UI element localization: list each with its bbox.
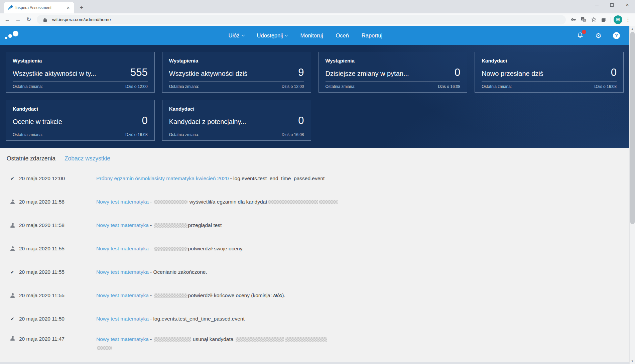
dashboard-card[interactable]: Wystąpienia Dzisiejsze zmiany w pytan...…: [319, 52, 468, 93]
redacted-text: [285, 337, 327, 342]
card-category: Kandydaci: [169, 106, 304, 112]
dashboard-cards: Wystąpienia Wszystkie aktywności w ty...…: [6, 52, 624, 141]
see-all-link[interactable]: Zobacz wszystkie: [65, 155, 110, 162]
card-footer-label: Ostatnia zmiana:: [169, 132, 199, 137]
check-icon: ✔: [10, 269, 14, 275]
card-footer-label: Ostatnia zmiana:: [13, 132, 43, 137]
event-link[interactable]: Nowy test matematyka: [96, 336, 149, 342]
card-value: 0: [611, 67, 617, 79]
event-text: Nowy test matematyka - wyświetlił/a egza…: [96, 198, 338, 206]
password-key-icon[interactable]: [569, 15, 578, 24]
event-link[interactable]: Nowy test matematyka: [96, 246, 149, 251]
event-link[interactable]: Nowy test matematyka: [96, 222, 149, 228]
person-icon: [10, 246, 15, 251]
inspera-logo-icon[interactable]: [4, 29, 19, 41]
translate-icon[interactable]: G文: [579, 15, 588, 24]
card-title: Nowo przesłane dziś: [482, 70, 543, 78]
extensions-collections-icon[interactable]: [599, 15, 608, 24]
redacted-text: [154, 293, 187, 298]
card-value: 0: [142, 115, 148, 127]
event-timestamp: 20 maja 2020 11:55: [19, 269, 96, 275]
nav-item-raportuj[interactable]: Raportuj: [362, 32, 382, 39]
scrollbar-thumb[interactable]: [630, 32, 635, 224]
card-category: Kandydaci: [13, 106, 148, 112]
reload-button[interactable]: ↻: [24, 15, 33, 24]
nav-item-monitoruj[interactable]: Monitoruj: [300, 32, 323, 39]
event-timestamp: 20 maja 2020 11:58: [19, 199, 96, 205]
dashboard-card[interactable]: Kandydaci Nowo przesłane dziś 0 Ostatnia…: [475, 52, 624, 93]
event-row: ✔ 20 maja 2020 11:50 Nowy test matematyk…: [0, 307, 629, 331]
event-link[interactable]: Nowy test matematyka: [96, 292, 149, 298]
scroll-up-icon[interactable]: ▲: [630, 26, 635, 32]
events-section: Ostatnie zdarzenia Zobacz wszystkie ✔ 20…: [0, 148, 629, 362]
card-footer-value: Dziś o 12:00: [125, 84, 148, 89]
card-title: Wszystkie aktywności dziś: [169, 70, 248, 78]
card-title: Ocenie w trakcie: [13, 118, 62, 126]
event-link[interactable]: Nowy test matematyka: [96, 316, 149, 322]
minimize-button[interactable]: [589, 0, 604, 10]
close-button[interactable]: ×: [620, 0, 635, 10]
profile-avatar[interactable]: M: [614, 15, 622, 24]
person-icon: [10, 223, 15, 228]
maximize-button[interactable]: [604, 0, 620, 10]
tab-title: Inspera Assessment: [15, 5, 63, 10]
card-value: 555: [130, 67, 148, 79]
card-value: 0: [298, 115, 304, 127]
redacted-text: [154, 223, 187, 228]
dashboard: Wystąpienia Wszystkie aktywności w ty...…: [0, 45, 629, 148]
card-footer-value: Dziś o 16:08: [594, 84, 617, 89]
card-footer-label: Ostatnia zmiana:: [326, 84, 356, 89]
notifications-bell-icon[interactable]: [577, 32, 584, 39]
window-controls: ×: [589, 0, 635, 10]
event-list: ✔ 20 maja 2020 12:00 Próbny egzamin ósmo…: [0, 167, 629, 360]
nav-item-u[interactable]: Ułóż: [229, 32, 244, 39]
event-link[interactable]: Próbny egzamin ósmoklasisty matematyka k…: [96, 175, 229, 181]
event-row: ✔ 20 maja 2020 11:58 Nowy test matematyk…: [0, 190, 629, 214]
browser-tab-strip: Inspera Assessment × + ×: [0, 0, 635, 13]
event-timestamp: 20 maja 2020 11:47: [19, 336, 96, 342]
event-row: ✔ 20 maja 2020 11:55 Nowy test matematyk…: [0, 237, 629, 260]
event-text: Nowy test matematyka - przeglądał test: [96, 222, 222, 229]
address-bar[interactable]: wit.inspera.com/admin#home: [37, 15, 566, 24]
card-category: Wystąpienia: [13, 58, 148, 64]
event-row: ✔ 20 maja 2020 11:55 Nowy test matematyk…: [0, 284, 629, 307]
event-timestamp: 20 maja 2020 12:00: [19, 175, 96, 181]
svg-text:文: 文: [584, 19, 586, 21]
redacted-text: [154, 337, 191, 342]
check-icon: ✔: [10, 316, 14, 322]
nav-item-udostpnij[interactable]: Udostępnij: [257, 32, 288, 39]
dashboard-card[interactable]: Kandydaci Ocenie w trakcie 0 Ostatnia zm…: [6, 100, 155, 141]
chevron-down-icon: [285, 33, 288, 36]
dashboard-card[interactable]: Wystąpienia Wszystkie aktywności w ty...…: [6, 52, 155, 93]
person-icon: [10, 293, 15, 298]
page-scrollbar[interactable]: ▲ ▼: [629, 26, 635, 364]
bookmark-star-icon[interactable]: [589, 15, 598, 24]
help-icon[interactable]: ?: [613, 32, 620, 39]
new-tab-button[interactable]: +: [77, 3, 86, 12]
event-timestamp: 20 maja 2020 11:50: [19, 316, 96, 322]
event-text: Nowy test matematyka - potwierdził swoje…: [96, 245, 244, 252]
notification-badge: [582, 30, 586, 34]
person-icon: [10, 336, 15, 341]
card-category: Wystąpienia: [326, 58, 461, 64]
forward-button[interactable]: →: [13, 15, 23, 24]
event-text: Nowy test matematyka - Ocenianie zakończ…: [96, 268, 207, 276]
main-navigation: UłóżUdostępnijMonitorujOceńRaportuj: [229, 26, 383, 45]
browser-tab[interactable]: Inspera Assessment ×: [4, 2, 74, 13]
card-value: 0: [455, 67, 460, 79]
tab-close-icon[interactable]: ×: [66, 5, 71, 10]
event-row: ✔ 20 maja 2020 11:47 Nowy test matematyk…: [0, 331, 629, 360]
event-text: Nowy test matematyka - potwierdził końco…: [96, 292, 285, 299]
settings-gear-icon[interactable]: ⚙: [595, 32, 602, 39]
scroll-down-icon[interactable]: ▼: [630, 358, 635, 364]
nav-item-oce[interactable]: Oceń: [336, 32, 349, 39]
browser-menu-icon[interactable]: ⋮: [624, 15, 632, 24]
back-button[interactable]: ←: [3, 15, 12, 24]
event-row: ✔ 20 maja 2020 11:58 Nowy test matematyk…: [0, 214, 629, 237]
event-link[interactable]: Nowy test matematyka: [96, 269, 149, 275]
dashboard-card[interactable]: Wystąpienia Wszystkie aktywności dziś 9 …: [162, 52, 311, 93]
card-footer-value: Dziś o 12:00: [282, 84, 304, 89]
events-title: Ostatnie zdarzenia: [7, 155, 55, 162]
event-link[interactable]: Nowy test matematyka: [96, 199, 149, 205]
dashboard-card[interactable]: Kandydaci Kandydaci z potencjalny... 0 O…: [162, 100, 311, 141]
